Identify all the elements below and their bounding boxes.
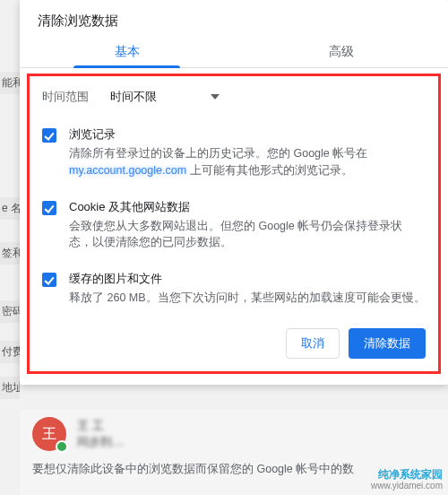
time-range-value: 时间不限 — [110, 89, 157, 105]
dialog-title: 清除浏览数据 — [20, 0, 448, 35]
profile-name: 王 工 — [77, 418, 124, 434]
option-desc: 会致使您从大多数网站退出。但您的 Google 帐号仍会保持登录状态，以便清除您… — [69, 218, 426, 252]
bg-sidebar-hint: 签和 — [0, 242, 20, 265]
option-browsing-history: 浏览记录 清除所有登录过的设备上的历史记录。您的 Google 帐号在 my.a… — [42, 119, 426, 192]
checkbox-browsing-history[interactable] — [42, 128, 56, 143]
time-range-label: 时间范围 — [42, 89, 89, 105]
option-title: 缓存的图片和文件 — [69, 271, 426, 287]
avatar: 王 — [32, 417, 66, 451]
checkbox-cookies[interactable] — [42, 201, 56, 215]
option-title: Cookie 及其他网站数据 — [69, 199, 426, 215]
dialog-buttons: 取消 清除数据 — [42, 319, 426, 359]
profile-sync: 同步到… — [77, 434, 124, 450]
watermark-title: 纯净系统家园 — [371, 468, 443, 481]
profile-row: 王 王 工 同步到… — [32, 417, 435, 456]
bg-sidebar-hint: 地址 — [0, 377, 20, 399]
clear-browsing-data-dialog: 清除浏览数据 基本 高级 时间范围 时间不限 浏览记录 清除所有登录过的设备上的… — [20, 0, 448, 385]
option-desc: 清除所有登录过的设备上的历史记录。您的 Google 帐号在 my.accoun… — [69, 145, 426, 179]
clear-data-button[interactable]: 清除数据 — [349, 328, 426, 359]
watermark-url: www.yidamei.com — [371, 481, 443, 491]
tabs: 基本 高级 — [20, 35, 448, 68]
time-range-select[interactable]: 时间不限 — [105, 87, 225, 107]
highlight-annotation: 时间范围 时间不限 浏览记录 清除所有登录过的设备上的历史记录。您的 Googl… — [27, 74, 441, 374]
cancel-button[interactable]: 取消 — [286, 328, 340, 359]
watermark: 纯净系统家园 www.yidamei.com — [371, 468, 443, 491]
sync-badge-icon — [56, 440, 68, 453]
time-range-row: 时间范围 时间不限 — [42, 85, 426, 119]
bg-sidebar-hint: 密码 — [0, 300, 20, 323]
tab-advanced[interactable]: 高级 — [234, 35, 448, 67]
option-cookies: Cookie 及其他网站数据 会致使您从大多数网站退出。但您的 Google 帐… — [42, 192, 426, 265]
option-cache: 缓存的图片和文件 释放了 260 MB。当您下次访问时，某些网站的加载速度可能会… — [42, 264, 426, 319]
tab-basic[interactable]: 基本 — [20, 35, 234, 67]
chevron-down-icon — [211, 94, 220, 100]
option-title: 浏览记录 — [69, 126, 426, 143]
option-desc: 释放了 260 MB。当您下次访问时，某些网站的加载速度可能会更慢。 — [69, 290, 426, 307]
account-link[interactable]: my.account.google.com — [69, 164, 186, 177]
bg-sidebar-hint: 付费 — [0, 341, 20, 363]
checkbox-cache[interactable] — [42, 273, 56, 287]
bg-sidebar-hint: 能和 — [0, 72, 20, 94]
bg-sidebar-hint: e 名 — [0, 197, 20, 220]
